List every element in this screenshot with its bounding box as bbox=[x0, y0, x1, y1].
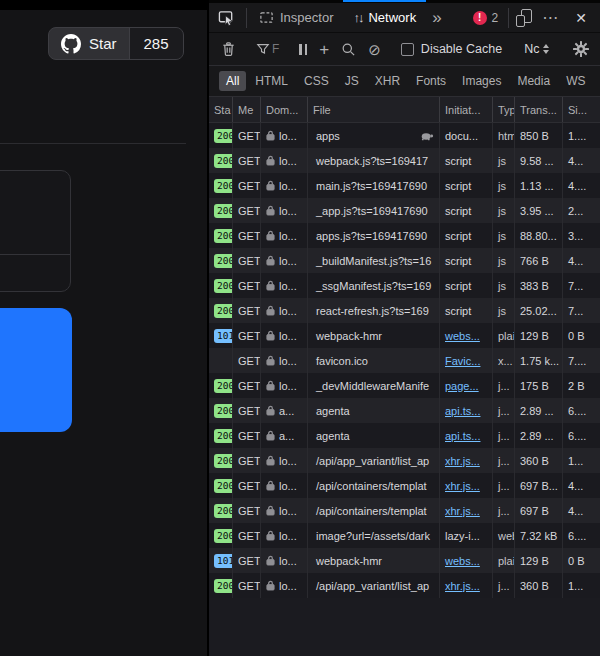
meatball-menu-button[interactable]: ⋯ bbox=[537, 8, 564, 27]
request-row[interactable]: 200 GET lo... apps.js?ts=169417690 bbox=[209, 223, 600, 248]
filter-pill-media[interactable]: Media bbox=[510, 71, 557, 91]
initiator-text[interactable]: api.ts... bbox=[445, 430, 480, 442]
new-request-button[interactable]: + bbox=[313, 37, 335, 61]
initiator-cell: lazy-i... bbox=[440, 523, 493, 548]
pause-traffic-button[interactable] bbox=[293, 37, 313, 61]
filter-urls-input[interactable]: F bbox=[250, 37, 285, 61]
inspector-icon bbox=[259, 10, 274, 25]
size-cell: 6.... bbox=[563, 423, 600, 448]
devtools-tabbar: Inspector ↑↓ Network » ! 2 ⋯ ✕ bbox=[209, 0, 600, 33]
filter-pill-fonts[interactable]: Fonts bbox=[409, 71, 453, 91]
size-cell: 1... bbox=[563, 573, 600, 598]
tab-network[interactable]: ↑↓ Network bbox=[343, 3, 426, 33]
disable-cache-toggle[interactable]: Disable Cache bbox=[395, 42, 508, 56]
request-row[interactable]: GET lo... favicon.ico Favic bbox=[209, 348, 600, 373]
throttling-value: Nc bbox=[524, 42, 539, 56]
type-cell: j... bbox=[493, 398, 515, 423]
status-badge: 200 bbox=[214, 179, 233, 193]
filter-pill-js[interactable]: JS bbox=[338, 71, 366, 91]
initiator-text[interactable]: webs... bbox=[445, 330, 480, 342]
domain-cell: lo... bbox=[261, 498, 308, 523]
request-row[interactable]: 200 GET lo... _ssgManifest.js?ts=169 bbox=[209, 273, 600, 298]
tab-inspector[interactable]: Inspector bbox=[249, 3, 343, 33]
transferred-cell: 2.89 ... bbox=[515, 398, 563, 423]
request-row[interactable]: 200 GET lo... /api/containers/templat bbox=[209, 473, 600, 498]
request-row[interactable]: 200 GET lo... react-refresh.js?ts=169 bbox=[209, 298, 600, 323]
method-cell: GET bbox=[233, 198, 261, 223]
column-header[interactable]: Dom... bbox=[261, 97, 308, 122]
request-row[interactable]: 101 GET lo... webpack-hmr bbox=[209, 548, 600, 573]
request-row[interactable]: 200 GET lo... _app.js?ts=169417690 bbox=[209, 198, 600, 223]
file-text: apps.js?ts=169417690 bbox=[316, 230, 427, 242]
column-header[interactable]: File bbox=[308, 97, 440, 122]
initiator-cell: api.ts... bbox=[440, 423, 493, 448]
filter-pill-all[interactable]: All bbox=[219, 71, 246, 91]
filter-pill-xhr[interactable]: XHR bbox=[368, 71, 407, 91]
initiator-text[interactable]: page... bbox=[445, 380, 479, 392]
column-header[interactable]: Trans... bbox=[515, 97, 563, 122]
column-header[interactable]: Si... bbox=[563, 97, 600, 122]
size-cell: 6.... bbox=[563, 398, 600, 423]
pick-element-button[interactable] bbox=[209, 3, 244, 33]
file-text: /api/containers/templat bbox=[316, 505, 427, 517]
page-blue-card[interactable] bbox=[0, 308, 72, 432]
filter-pill-images[interactable]: Images bbox=[455, 71, 508, 91]
request-row[interactable]: 200 GET lo... _buildManifest.js?ts=16 bbox=[209, 248, 600, 273]
status-cell: 200 bbox=[209, 448, 233, 473]
initiator-text[interactable]: xhr.js... bbox=[445, 505, 480, 517]
request-row[interactable]: 101 GET lo... webpack-hmr bbox=[209, 323, 600, 348]
initiator-text[interactable]: xhr.js... bbox=[445, 480, 480, 492]
column-header[interactable]: Me bbox=[233, 97, 261, 122]
page-card-divider bbox=[0, 254, 70, 255]
size-cell: 4... bbox=[563, 473, 600, 498]
request-row[interactable]: 200 GET lo... _devMiddlewareManife bbox=[209, 373, 600, 398]
filter-pill-ws[interactable]: WS bbox=[559, 71, 592, 91]
status-badge: 101 bbox=[214, 554, 233, 568]
request-row[interactable]: 200 GET lo... /api/containers/templat bbox=[209, 498, 600, 523]
filter-pill-ot[interactable]: Ot bbox=[594, 71, 600, 91]
error-count-button[interactable]: ! 2 bbox=[469, 11, 503, 25]
domain-cell: lo... bbox=[261, 448, 308, 473]
domain-cell: lo... bbox=[261, 198, 308, 223]
status-badge: 200 bbox=[214, 129, 233, 143]
initiator-text[interactable]: api.ts... bbox=[445, 405, 480, 417]
filter-pill-css[interactable]: CSS bbox=[297, 71, 336, 91]
initiator-text[interactable]: xhr.js... bbox=[445, 580, 480, 592]
request-row[interactable]: 200 GET lo... image?url=/assets/dark bbox=[209, 523, 600, 548]
close-devtools-button[interactable]: ✕ bbox=[568, 10, 594, 26]
request-row[interactable]: 200 GET lo... main.js?ts=169417690 bbox=[209, 173, 600, 198]
initiator-text[interactable]: xhr.js... bbox=[445, 455, 480, 467]
initiator-text[interactable]: Favic... bbox=[445, 355, 480, 367]
file-cell: webpack.js?ts=169417 bbox=[308, 148, 440, 173]
network-settings-button[interactable] bbox=[567, 37, 595, 61]
request-row[interactable]: 200 GET a... agenta bbox=[209, 398, 600, 423]
github-star-button[interactable]: Star 285 bbox=[48, 27, 184, 60]
responsive-design-button[interactable] bbox=[515, 9, 533, 27]
disable-cache-label: Disable Cache bbox=[421, 42, 502, 56]
column-header[interactable]: Typ bbox=[493, 97, 515, 122]
initiator-text[interactable]: webs... bbox=[445, 555, 480, 567]
request-row[interactable]: 200 GET a... agenta bbox=[209, 423, 600, 448]
domain-text: lo... bbox=[279, 305, 297, 317]
request-row[interactable]: 200 GET lo... /api/app_variant/list_ap bbox=[209, 573, 600, 598]
request-row[interactable]: 200 GET lo... /api/app_variant/list_ap bbox=[209, 448, 600, 473]
clear-requests-button[interactable] bbox=[215, 37, 242, 61]
request-row[interactable]: 200 GET lo... webpack.js?ts=169417 bbox=[209, 148, 600, 173]
page-card[interactable] bbox=[0, 170, 71, 292]
disable-cache-checkbox[interactable] bbox=[401, 43, 414, 56]
more-tabs-button[interactable]: » bbox=[426, 8, 447, 28]
file-cell: /api/app_variant/list_ap bbox=[308, 448, 440, 473]
column-header[interactable]: Sta bbox=[209, 97, 233, 122]
type-cell: plai bbox=[493, 548, 515, 573]
column-header[interactable]: Initiat... bbox=[440, 97, 493, 122]
throttling-dropdown[interactable]: Nc bbox=[516, 42, 557, 56]
filter-pill-html[interactable]: HTML bbox=[248, 71, 295, 91]
transferred-cell: 2.89 ... bbox=[515, 423, 563, 448]
initiator-cell: script bbox=[440, 173, 493, 198]
request-row[interactable]: 200 GET lo... apps bbox=[209, 123, 600, 148]
block-requests-button[interactable]: ⊘ bbox=[362, 37, 387, 61]
search-button[interactable] bbox=[335, 37, 362, 61]
transferred-cell: 3.95 ... bbox=[515, 198, 563, 223]
request-type-filter-bar: AllHTMLCSSJSXHRFontsImagesMediaWSOt bbox=[209, 66, 600, 97]
status-badge: 200 bbox=[214, 304, 233, 318]
